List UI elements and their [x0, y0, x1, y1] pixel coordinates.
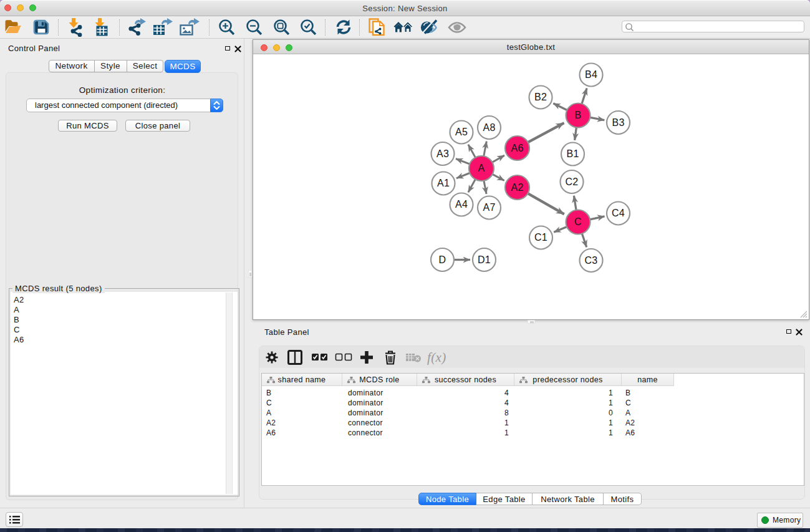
- svg-text:A8: A8: [483, 122, 495, 133]
- svg-text:A2: A2: [511, 182, 523, 193]
- svg-text:C4: C4: [612, 208, 625, 218]
- svg-text:B2: B2: [534, 92, 547, 102]
- svg-text:A1: A1: [437, 178, 450, 188]
- svg-text:C3: C3: [584, 255, 597, 266]
- svg-text:A3: A3: [436, 148, 449, 159]
- svg-text:A: A: [478, 163, 485, 173]
- svg-text:B1: B1: [566, 148, 579, 159]
- svg-text:B3: B3: [612, 117, 624, 128]
- svg-text:A4: A4: [455, 199, 468, 210]
- svg-text:A5: A5: [455, 127, 468, 137]
- svg-text:A6: A6: [511, 143, 523, 153]
- svg-text:C2: C2: [565, 177, 578, 187]
- svg-text:C: C: [574, 216, 582, 227]
- svg-text:B4: B4: [585, 69, 597, 80]
- svg-text:D1: D1: [478, 254, 491, 265]
- svg-text:C1: C1: [534, 232, 547, 243]
- svg-text:B: B: [575, 110, 582, 120]
- svg-text:D: D: [439, 254, 446, 265]
- svg-text:A7: A7: [483, 202, 495, 213]
